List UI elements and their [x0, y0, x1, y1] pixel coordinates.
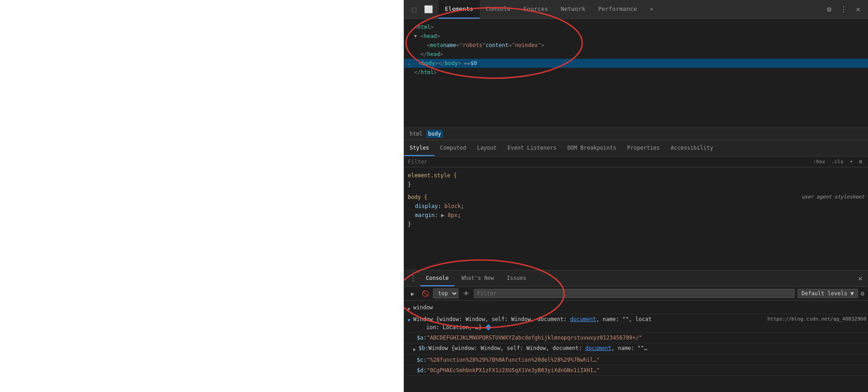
devtools-panel: ⬚ ⬜ Elements Console Sources Network Per… [404, 0, 868, 392]
devtools: ⬚ ⬜ Elements Console Sources Network Per… [404, 0, 868, 392]
console-filter-bar: ▶ 🚫 top 👁 Default levels ▼ ⚙ [404, 287, 868, 301]
console-toolbar: ⋮ Console What's New Issues ✕ [404, 270, 868, 287]
tab-sources[interactable]: Sources [517, 0, 554, 19]
devtools-icons: ⬚ ⬜ [404, 3, 439, 16]
console-line-d[interactable]: $d: "0CgPHAEcSmhbnkPX1zFX1z2XU5qX1Ve3yB0… [404, 365, 868, 376]
console-link-b-document[interactable]: document [585, 345, 612, 351]
inspect-icon[interactable]: ⬚ [408, 3, 420, 16]
add-style-btn[interactable]: + [848, 158, 855, 165]
console-line-b[interactable]: ▶ $b: Window {window: Window, self: Wind… [404, 343, 868, 355]
tab-elements[interactable]: Elements [439, 0, 480, 19]
console-content[interactable]: ▶ window ▶ Window {window: Window, self:… [404, 301, 868, 392]
cls-filter-btn[interactable]: .cls [829, 158, 846, 165]
tab-properties[interactable]: Properties [622, 140, 665, 156]
console-text-window: window [413, 303, 864, 312]
console-key-b: $b: [419, 344, 429, 352]
tab-computed[interactable]: Computed [434, 140, 472, 156]
console-line-window-obj[interactable]: ▶ Window {window: Window, self: Window, … [404, 314, 868, 333]
collapse-arrow-icon[interactable]: ▶ [408, 305, 410, 313]
styles-content[interactable]: element.style { } body { user agent styl… [404, 167, 868, 270]
elements-panel: <html> ▼ <head> <meta name="robots" cont… [404, 19, 868, 270]
hov-filter-btn[interactable]: :hov [811, 158, 828, 165]
tree-line-html[interactable]: <html> [404, 23, 868, 32]
filter-actions: :hov .cls + ⊞ [811, 158, 864, 165]
more-options-icon[interactable]: ⋮ [837, 3, 850, 16]
tab-layout[interactable]: Layout [472, 140, 502, 156]
console-value-c: "%28function%28%29%7B%0Afunction%20del%2… [427, 356, 600, 364]
tree-line-head[interactable]: ▼ <head> [404, 32, 868, 41]
console-line-window[interactable]: ▶ window [404, 302, 868, 314]
tree-line-body[interactable]: … <body></body> == $0 [404, 59, 868, 68]
toolbar-right: ⚙ ⋮ ✕ [823, 3, 868, 16]
tab-performance[interactable]: Performance [592, 0, 643, 19]
tab-more[interactable]: » [643, 0, 660, 19]
devtools-toolbar: ⬚ ⬜ Elements Console Sources Network Per… [404, 0, 868, 19]
b-arrow-icon[interactable]: ▶ [413, 345, 416, 354]
tree-line-html-close[interactable]: </html> [404, 68, 868, 77]
console-value-d: "0CgPHAEcSmhbnkPX1zFX1z2XU5qX1Ve3yB03yiX… [427, 366, 600, 374]
console-url: https://blog.csdn.net/qq_40832960 [767, 315, 866, 323]
close-devtools-icon[interactable]: ✕ [852, 3, 864, 16]
breadcrumb: html body [404, 128, 868, 140]
console-link-document[interactable]: document [570, 316, 596, 322]
toggle-style-btn[interactable]: ⊞ [857, 158, 864, 165]
console-execute-icon[interactable]: ▶ [408, 288, 418, 298]
console-context-select[interactable]: top [433, 288, 458, 298]
console-filter-input[interactable] [474, 289, 795, 298]
console-line-c[interactable]: $c: "%28function%28%29%7B%0Afunction%20d… [404, 355, 868, 365]
tab-accessibility[interactable]: Accessibility [665, 140, 719, 156]
console-ban-icon[interactable]: 🚫 [420, 288, 430, 298]
styles-panel: Styles Computed Layout Event Listeners D… [404, 140, 868, 270]
styles-filter-input[interactable] [408, 159, 811, 165]
console-key-c: $c: [417, 356, 427, 364]
tab-event-listeners[interactable]: Event Listeners [502, 140, 562, 156]
tab-console[interactable]: Console [480, 0, 517, 19]
console-key-a: $a: [417, 334, 427, 342]
settings-icon[interactable]: ⚙ [823, 3, 835, 16]
tab-dom-breakpoints[interactable]: DOM Breakpoints [562, 140, 622, 156]
tab-issues[interactable]: Issues [501, 270, 532, 286]
tab-styles[interactable]: Styles [404, 140, 434, 156]
breadcrumb-html[interactable]: html [408, 130, 425, 138]
tab-console-bottom[interactable]: Console [420, 270, 454, 286]
tab-network[interactable]: Network [554, 0, 592, 19]
tree-line-head-close[interactable]: </head> [404, 50, 868, 59]
filter-bar: :hov .cls + ⊞ [404, 156, 868, 167]
console-value-b: Window {window: Window, self: Window, do… [429, 344, 864, 352]
expand-arrow-icon[interactable]: ▶ [405, 319, 413, 322]
styles-tabs: Styles Computed Layout Event Listeners D… [404, 140, 868, 156]
elements-tree[interactable]: <html> ▼ <head> <meta name="robots" cont… [404, 19, 868, 128]
console-panel-dots[interactable]: ⋮ [408, 274, 419, 283]
console-eye-icon[interactable]: 👁 [461, 288, 471, 298]
console-line-a[interactable]: $a: "ABCDEFGHIJKLMNOPQRSTUVWXYZabcdefghi… [404, 333, 868, 343]
tree-line-meta[interactable]: <meta name="robots" content="noindex"> [404, 41, 868, 50]
console-levels-button[interactable]: Default levels ▼ [797, 289, 858, 298]
main-page-content [0, 0, 404, 392]
console-key-d: $d: [417, 366, 427, 374]
devtools-tabs: Elements Console Sources Network Perform… [439, 0, 823, 19]
tab-whats-new[interactable]: What's New [456, 270, 500, 286]
console-value-a: "ABCDEFGHIJKLMNOPQRSTUVWXYZabcdefghijklm… [427, 334, 642, 342]
close-console-icon[interactable]: ✕ [856, 274, 864, 283]
console-panel: ⋮ Console What's New Issues ✕ ▶ 🚫 top 👁 [404, 270, 868, 392]
console-settings-icon[interactable]: ⚙ [861, 290, 864, 297]
device-icon[interactable]: ⬜ [422, 3, 435, 16]
style-rule-body: body { user agent stylesheet display: bl… [404, 191, 868, 231]
style-rule-element: element.style { } [404, 169, 868, 191]
breadcrumb-body[interactable]: body [426, 130, 443, 138]
